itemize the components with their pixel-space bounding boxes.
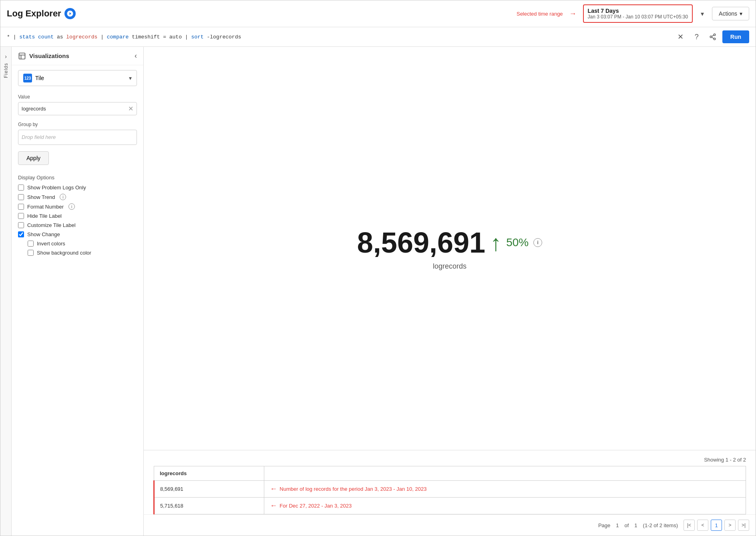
pagination-page-1-button[interactable]: 1 [711, 520, 722, 531]
query-sort-kw: sort [191, 34, 203, 40]
value-input-text: logrecords [22, 106, 128, 112]
customize-tile-label-checkbox[interactable] [18, 222, 24, 228]
left-panel: Visualizations ‹ 123 Tile ▾ Value logrec [12, 47, 144, 536]
panel-close-button[interactable]: ‹ [135, 52, 137, 60]
app-title: Log Explorer [7, 8, 76, 19]
pagination-last-button[interactable]: >| [738, 520, 749, 531]
format-number-label[interactable]: Format Number [27, 204, 64, 210]
table-area: Showing 1 - 2 of 2 logrecords 8,569,691←… [144, 450, 756, 514]
query-pipe1: | [13, 34, 20, 40]
viz-info-icon[interactable]: i [533, 238, 542, 247]
query-pipe2: | [101, 34, 107, 40]
app-logo [64, 8, 76, 19]
query-star: * [7, 34, 10, 40]
visualization-area: 8,569,691 ↑ 50% i logrecords [144, 47, 756, 450]
show-change-row: Show Change [18, 231, 137, 237]
group-by-label: Group by [18, 122, 137, 127]
show-problem-logs-checkbox[interactable] [18, 185, 24, 191]
actions-chevron-icon: ▾ [740, 10, 742, 17]
pagination-next-button[interactable]: > [724, 520, 736, 531]
viz-type-icon-label: 123 [24, 76, 31, 80]
group-by-section: Group by Drop field here [12, 118, 143, 148]
apply-section: Apply [12, 148, 143, 171]
time-range-box[interactable]: Last 7 Days Jan 3 03:07 PM - Jan 10 03:0… [583, 4, 693, 23]
pagination-first-button[interactable]: |< [684, 520, 695, 531]
time-range-chevron-icon[interactable]: ▾ [698, 10, 707, 18]
query-stats-kw: stats [19, 34, 35, 40]
show-trend-info-icon[interactable]: i [60, 194, 66, 200]
format-number-info-icon[interactable]: i [68, 203, 75, 210]
fields-tab-label: Fields [3, 63, 9, 78]
panel-header: Visualizations ‹ [12, 47, 143, 65]
time-range-arrow-icon: → [569, 10, 577, 18]
query-bar: * | stats count as logrecords | compare … [0, 27, 756, 47]
table-cell-value-1: 5,715,618 [154, 498, 264, 514]
customize-tile-label-label[interactable]: Customize Tile Label [27, 222, 76, 228]
time-range-main: Last 7 Days [588, 8, 688, 14]
viz-label: logrecords [433, 262, 466, 271]
table-row: 5,715,618←For Dec 27, 2022 - Jan 3, 2023 [154, 498, 746, 514]
visualizations-icon [18, 52, 26, 60]
query-text[interactable]: * | stats count as logrecords | compare … [7, 34, 671, 40]
show-change-label[interactable]: Show Change [27, 231, 60, 237]
viz-big-number-display: 8,569,691 ↑ 50% i [357, 226, 542, 259]
value-input[interactable]: logrecords ✕ [18, 102, 137, 115]
query-as: as [57, 34, 66, 40]
annotation-arrow-icon: ← [270, 485, 277, 493]
run-button[interactable]: Run [722, 30, 749, 43]
show-bg-color-checkbox[interactable] [28, 250, 34, 256]
group-by-drop-field[interactable]: Drop field here [18, 130, 137, 145]
hide-tile-label-checkbox[interactable] [18, 213, 24, 219]
hide-tile-label-row: Hide Tile Label [18, 213, 137, 219]
data-table: logrecords 8,569,691←Number of log recor… [153, 466, 746, 514]
invert-colors-label[interactable]: Invert colors [37, 241, 65, 247]
viz-number-value: 8,569,691 [357, 226, 485, 259]
value-clear-icon[interactable]: ✕ [128, 105, 133, 112]
viz-percent-value: 50% [506, 236, 529, 249]
show-trend-checkbox[interactable] [18, 194, 24, 200]
panel-title: Visualizations [18, 52, 69, 60]
show-bg-color-row: Show background color [28, 250, 137, 256]
viz-type-selector: 123 Tile ▾ [18, 70, 137, 86]
viz-type-button[interactable]: 123 Tile ▾ [18, 70, 137, 86]
table-header-logrecords: logrecords [154, 466, 264, 481]
pagination-of-text: of [625, 522, 629, 528]
panel-title-text: Visualizations [29, 52, 69, 59]
show-bg-color-label[interactable]: Show background color [37, 250, 91, 256]
time-range-sub: Jan 3 03:07 PM - Jan 10 03:07 PM UTC+05:… [588, 14, 688, 20]
viz-type-chevron-icon: ▾ [129, 75, 132, 81]
time-range-label: Selected time range [517, 11, 563, 17]
value-label: Value [18, 94, 137, 100]
svg-point-2 [714, 38, 716, 40]
query-logrecords: logrecords [66, 34, 97, 40]
main-content: 8,569,691 ↑ 50% i logrecords Showing 1 -… [144, 47, 756, 536]
app-header: Log Explorer Selected time range → Last … [0, 0, 756, 27]
query-sort-val: -logrecords [207, 34, 241, 40]
table-row: 8,569,691←Number of log records for the … [154, 481, 746, 498]
table-cell-annotation-0: ←Number of log records for the period Ja… [264, 481, 746, 498]
hide-tile-label-label[interactable]: Hide Tile Label [27, 213, 62, 219]
main-layout: › Fields Visualizations ‹ 123 [0, 47, 756, 536]
format-number-row: Format Number i [18, 203, 137, 210]
value-section: Value logrecords ✕ [12, 91, 143, 118]
display-options: Display Options Show Problem Logs Only S… [12, 171, 143, 262]
show-change-checkbox[interactable] [18, 231, 24, 237]
pagination-page-num: 1 [616, 522, 619, 528]
svg-line-3 [712, 37, 714, 38]
actions-button[interactable]: Actions ▾ [712, 7, 749, 20]
customize-tile-label-row: Customize Tile Label [18, 222, 137, 228]
show-trend-label[interactable]: Show Trend [27, 194, 55, 200]
apply-button[interactable]: Apply [18, 151, 49, 165]
query-share-button[interactable] [706, 30, 719, 43]
query-help-button[interactable]: ? [690, 30, 703, 43]
invert-colors-checkbox[interactable] [28, 241, 34, 247]
format-number-checkbox[interactable] [18, 204, 24, 210]
show-problem-logs-label[interactable]: Show Problem Logs Only [27, 185, 86, 191]
fields-expand-icon: › [5, 53, 7, 60]
fields-tab[interactable]: › Fields [0, 47, 12, 536]
svg-point-0 [714, 34, 716, 36]
query-clear-button[interactable]: ✕ [674, 30, 687, 43]
svg-rect-5 [19, 53, 25, 59]
pagination-prev-button[interactable]: < [697, 520, 708, 531]
pagination-items-text: (1-2 of 2 items) [643, 522, 678, 528]
